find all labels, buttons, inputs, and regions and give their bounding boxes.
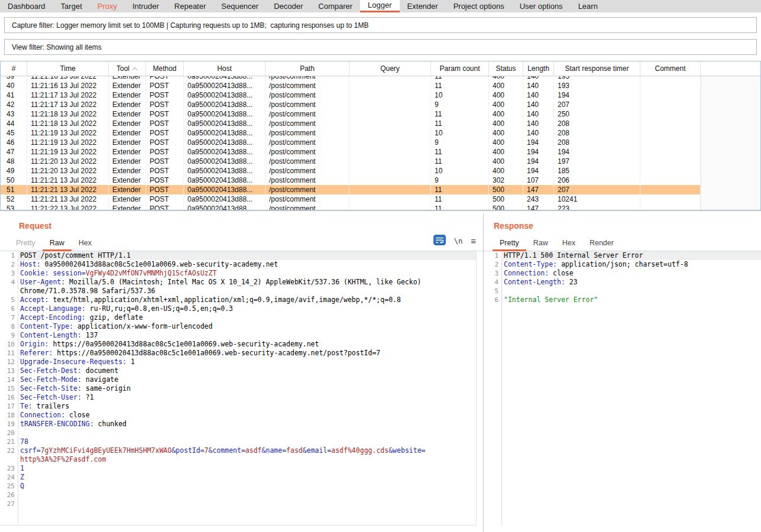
column-header--[interactable]: # (1, 61, 27, 76)
capture-filter-bar[interactable]: Capture filter: Logger memory limit set … (4, 17, 757, 33)
cell-comment (640, 81, 701, 90)
request-editor[interactable]: 1POST /post/comment HTTP/1.12Host: 0a950… (0, 251, 477, 525)
editor-line: 25Q (0, 482, 476, 491)
cell-empty (701, 128, 760, 138)
tab-dashboard[interactable]: Dashboard (0, 0, 53, 12)
cell-host: 0a9500020413d88... (184, 119, 265, 128)
cell-time: 11:21:16 13 Jul 2022 (27, 76, 109, 81)
log-entry-row-52[interactable]: 5211:21:21 13 Jul 2022ExtenderPOST0a9500… (1, 194, 760, 204)
cell-comment (640, 157, 701, 166)
line-number: 7 (0, 313, 18, 322)
cell-tool: Extender (109, 147, 146, 157)
column-header-tool[interactable]: Tool (109, 61, 146, 76)
cell-method: POST (146, 76, 184, 81)
tab-learn[interactable]: Learn (571, 0, 605, 12)
cell-comment (640, 138, 701, 147)
editor-line: 1HTTP/1.1 500 Internal Server Error (484, 251, 761, 260)
request-tab-pretty[interactable]: Pretty (9, 236, 43, 251)
cell-comment (640, 76, 701, 81)
cell-length: 140 (523, 119, 554, 128)
view-filter-bar[interactable]: View filter: Showing all items (4, 39, 757, 55)
tab-logger[interactable]: Logger (360, 0, 399, 12)
log-entry-row-40[interactable]: 4011:21:16 13 Jul 2022ExtenderPOST0a9500… (1, 81, 760, 90)
column-header-label: Length (527, 64, 549, 73)
cell-method: POST (146, 194, 184, 204)
log-entry-row-42[interactable]: 4211:21:17 13 Jul 2022ExtenderPOST0a9500… (1, 100, 760, 109)
column-header-query[interactable]: Query (349, 61, 431, 76)
column-header-method[interactable]: Method (146, 61, 184, 76)
cell-param-count: 9 (431, 176, 489, 185)
cell-time: 11:21:16 13 Jul 2022 (27, 81, 109, 90)
log-entry-row-39[interactable]: 3911:21:16 13 Jul 2022ExtenderPOST0a9500… (1, 76, 760, 81)
cell-tool: Extender (109, 176, 146, 185)
cell-query (349, 157, 431, 166)
cell-param-count: 11 (431, 185, 489, 194)
code-line: Sec-Fetch-Mode: navigate (18, 375, 476, 384)
response-tab-render[interactable]: Render (582, 236, 621, 251)
tab-repeater[interactable]: Repeater (167, 0, 213, 12)
cell-host: 0a9500020413d88... (184, 81, 265, 90)
cell--: 40 (1, 81, 27, 90)
tab-proxy[interactable]: Proxy (90, 0, 125, 12)
response-editor[interactable]: 1HTTP/1.1 500 Internal Server Error2Cont… (484, 251, 761, 525)
code-line: Accept-Encoding: gzip, deflate (18, 313, 476, 322)
cell-start-response-timer: 207 (554, 100, 640, 109)
response-tab-raw[interactable]: Raw (526, 236, 555, 251)
cell-comment (640, 185, 701, 194)
column-header-param-count[interactable]: Param count (431, 61, 489, 76)
tab-intruder[interactable]: Intruder (125, 0, 167, 12)
cell-param-count: 9 (431, 138, 489, 147)
column-header-start-response-timer[interactable]: Start response timer (554, 61, 640, 76)
request-tab-hex[interactable]: Hex (72, 236, 99, 251)
tab-comparer[interactable]: Comparer (310, 0, 360, 12)
tab-extender[interactable]: Extender (400, 0, 446, 12)
log-entry-row-46[interactable]: 4611:21:19 13 Jul 2022ExtenderPOST0a9500… (1, 138, 760, 147)
column-header-path[interactable]: Path (265, 61, 349, 76)
tab-project-options[interactable]: Project options (446, 0, 512, 12)
cell-comment (640, 147, 701, 157)
cell-param-count: 11 (431, 147, 489, 157)
tab-user-options[interactable]: User options (512, 0, 571, 12)
line-number (0, 287, 18, 296)
log-entry-row-43[interactable]: 4311:21:18 13 Jul 2022ExtenderPOST0a9500… (1, 109, 760, 119)
line-number: 19 (0, 420, 18, 429)
log-entry-row-47[interactable]: 4711:21:19 13 Jul 2022ExtenderPOST0a9500… (1, 147, 760, 157)
line-number: 1 (484, 251, 501, 260)
cell-host: 0a9500020413d88... (184, 100, 265, 109)
cell-length: 140 (523, 100, 554, 109)
menu-icon[interactable]: ≡ (471, 238, 476, 244)
column-header-host[interactable]: Host (184, 61, 265, 76)
response-title: Response (494, 221, 761, 232)
log-entry-row-44[interactable]: 4411:21:18 13 Jul 2022ExtenderPOST0a9500… (1, 119, 760, 128)
log-entry-row-48[interactable]: 4811:21:20 13 Jul 2022ExtenderPOST0a9500… (1, 157, 760, 166)
main-tab-bar: DashboardTargetProxyIntruderRepeaterSequ… (0, 0, 761, 12)
wrap-toggle-icon[interactable] (433, 235, 446, 248)
response-tab-pretty[interactable]: Pretty (493, 236, 526, 251)
cell-query (349, 76, 431, 81)
log-entry-row-50[interactable]: 5011:21:21 13 Jul 2022ExtenderPOST0a9500… (1, 176, 760, 185)
tab-decoder[interactable]: Decoder (266, 0, 310, 12)
log-entry-row-49[interactable]: 4911:21:20 13 Jul 2022ExtenderPOST0a9500… (1, 166, 760, 176)
column-header-length[interactable]: Length (523, 61, 554, 76)
line-number: 18 (0, 411, 18, 420)
log-entry-row-51[interactable]: 5111:21:21 13 Jul 2022ExtenderPOST0a9500… (1, 185, 760, 194)
line-number: 23 (0, 464, 18, 473)
tab-target[interactable]: Target (53, 0, 90, 12)
column-header-time[interactable]: Time (27, 61, 109, 76)
log-entry-row-45[interactable]: 4511:21:19 13 Jul 2022ExtenderPOST0a9500… (1, 128, 760, 138)
column-header-comment[interactable]: Comment (640, 61, 701, 76)
column-header-status[interactable]: Status (489, 61, 523, 76)
log-entry-row-53[interactable]: 5311:21:22 13 Jul 2022ExtenderPOST0a9500… (1, 204, 760, 210)
line-number: 20 (0, 429, 18, 437)
cell-method: POST (146, 204, 184, 210)
response-tab-hex[interactable]: Hex (555, 236, 582, 251)
line-number: 14 (0, 375, 18, 384)
cell-path: /post/comment (265, 81, 349, 90)
tab-sequencer[interactable]: Sequencer (213, 0, 266, 12)
log-entry-row-41[interactable]: 4111:21:17 13 Jul 2022ExtenderPOST0a9500… (1, 90, 760, 100)
column-header-label: Start response timer (565, 64, 629, 73)
request-tab-raw[interactable]: Raw (43, 236, 72, 251)
cell-param-count: 10 (431, 128, 489, 138)
cell-path: /post/comment (265, 166, 349, 176)
newline-icon[interactable]: \n (454, 237, 462, 245)
